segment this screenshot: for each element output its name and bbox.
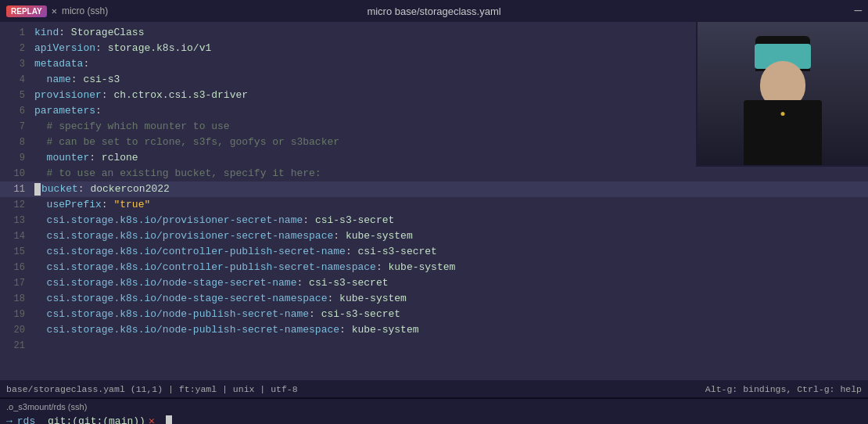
terminal-cursor-area	[158, 415, 172, 425]
status-bar: base/storageclass.yaml (11,1) | ft:yaml …	[0, 380, 868, 397]
close-icon[interactable]: ✕	[52, 5, 57, 17]
code-line-15: 15 csi.storage.k8s.io/controller-publish…	[0, 244, 868, 260]
title-bar-right: —	[854, 4, 862, 18]
minimize-button[interactable]: —	[854, 4, 862, 18]
person-body	[744, 100, 822, 167]
code-line-14: 14 csi.storage.k8s.io/provisioner-secret…	[0, 228, 868, 244]
webcam-overlay	[696, 22, 868, 167]
code-line-18: 18 csi.storage.k8s.io/node-stage-secret-…	[0, 291, 868, 307]
person-necklace	[781, 112, 785, 116]
line-num-1: 1	[6, 26, 25, 41]
code-line-12: 12 usePrefix: "true"	[0, 197, 868, 213]
terminal-area[interactable]: .o_s3mount/rds (ssh) → rds git:(git:(mai…	[0, 397, 868, 424]
terminal-arrow: →	[6, 415, 13, 425]
code-line-13: 13 csi.storage.k8s.io/provisioner-secret…	[0, 213, 868, 228]
status-right: Alt-g: bindings, Ctrl-g: help	[705, 384, 862, 394]
title-bar-left: REPLAY ✕ micro (ssh)	[6, 5, 108, 17]
code-line-11: 11 bucket: dockercon2022	[0, 181, 868, 197]
terminal-space	[38, 415, 45, 425]
code-line-20: 20 csi.storage.k8s.io/node-publish-secre…	[0, 322, 868, 338]
code-line-16: 16 csi.storage.k8s.io/controller-publish…	[0, 260, 868, 275]
session-label: micro (ssh)	[62, 5, 108, 16]
terminal-dir: rds	[17, 415, 35, 425]
webcam-placeholder	[698, 22, 868, 165]
editor-title: micro base/storageclass.yaml	[367, 5, 500, 17]
replay-badge[interactable]: REPLAY	[6, 5, 47, 17]
terminal-line: → rds git:(git:(main)) ✕	[6, 415, 862, 424]
title-bar: REPLAY ✕ micro (ssh) micro base/storagec…	[0, 0, 868, 22]
terminal-cursor	[166, 415, 172, 424]
code-line-19: 19 csi.storage.k8s.io/node-publish-secre…	[0, 307, 868, 322]
code-line-10: 10 # to use an existing bucket, specify …	[0, 166, 868, 181]
code-line-21: 21	[0, 338, 868, 354]
status-left: base/storageclass.yaml (11,1) | ft:yaml …	[6, 384, 705, 394]
terminal-session-label: .o_s3mount/rds (ssh)	[6, 402, 862, 411]
terminal-branch: git:(git:(main))	[48, 415, 145, 425]
terminal-symbol: ✕	[149, 415, 155, 424]
code-line-17: 17 csi.storage.k8s.io/node-stage-secret-…	[0, 275, 868, 291]
main-content: 1 kind: StorageClass 2 apiVersion: stora…	[0, 22, 868, 380]
